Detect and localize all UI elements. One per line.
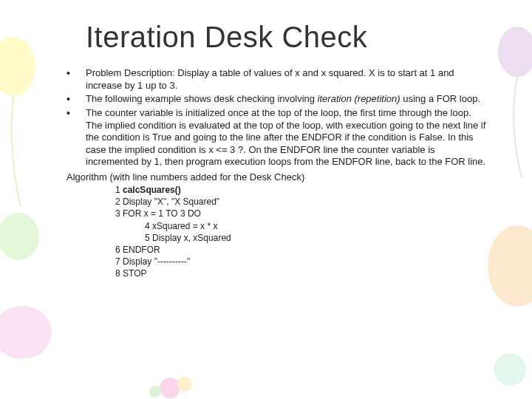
bullet-text-before: The following example shows desk checkin… xyxy=(86,93,318,104)
bullet-text-after: using a FOR loop. xyxy=(400,93,480,104)
code-line: 1 calcSquares() xyxy=(115,184,497,196)
svg-point-2 xyxy=(0,306,52,359)
page-title: Iteration Desk Check xyxy=(86,21,497,54)
code-line: 6 ENDFOR xyxy=(115,244,497,256)
code-line-num: 1 xyxy=(115,185,123,195)
code-line: 8 STOP xyxy=(115,267,497,279)
code-line: 7 Display "----------" xyxy=(115,256,497,267)
algorithm-heading: Algorithm (with line numbers added for t… xyxy=(66,171,497,183)
svg-point-8 xyxy=(494,353,526,386)
bullet-item: The following example shows desk checkin… xyxy=(66,93,489,106)
code-line: 3 FOR x = 1 TO 3 DO xyxy=(115,208,497,219)
code-line: 2 Display "X", "X Squared" xyxy=(115,196,497,208)
code-line: 4 xSquared = x * x xyxy=(145,220,497,232)
bullet-item: The counter variable is initialized once… xyxy=(66,107,489,168)
svg-point-5 xyxy=(149,386,161,398)
algorithm-code: 1 calcSquares() 2 Display "X", "X Square… xyxy=(115,184,497,280)
bullet-list: Problem Description: Display a table of … xyxy=(41,67,497,168)
code-proc-name: calcSquares() xyxy=(123,185,181,195)
italic-phrase: iteration (repetition) xyxy=(318,93,400,104)
code-line: 5 Display x, xSquared xyxy=(145,232,497,244)
bullet-item: Problem Description: Display a table of … xyxy=(66,67,489,92)
svg-point-4 xyxy=(177,377,192,392)
svg-point-3 xyxy=(160,378,180,398)
